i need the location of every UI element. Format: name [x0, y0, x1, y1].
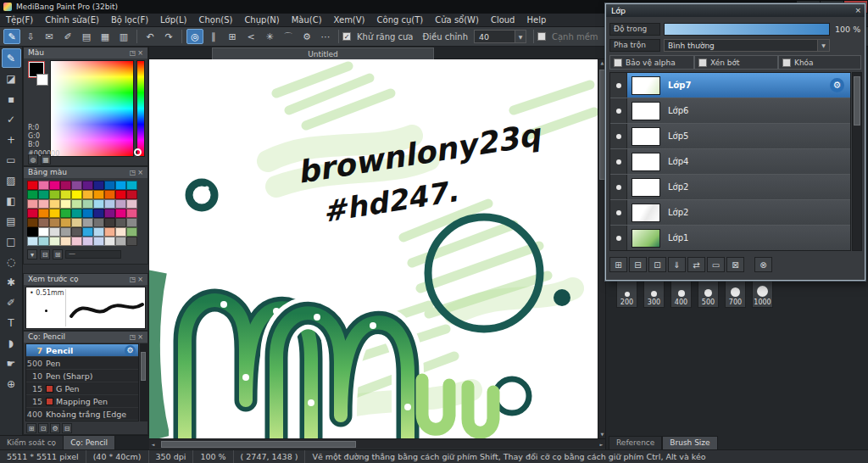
scrollbar-thumb[interactable] [599, 70, 605, 180]
select-tool[interactable]: □ [2, 232, 21, 251]
layer-row-lop4[interactable]: Lớp4 [610, 149, 850, 175]
palette-swatch[interactable] [93, 227, 104, 237]
palette-swatch[interactable] [93, 237, 104, 246]
palette-swatch[interactable] [82, 209, 93, 218]
delete-layer-button[interactable]: ⊗ [754, 257, 772, 272]
close-icon[interactable]: × [137, 49, 145, 57]
checkbox[interactable] [614, 59, 622, 67]
color-panel-header[interactable]: Màu ◳× [24, 47, 147, 59]
canvas-tab-untitled[interactable]: Untitled [212, 47, 434, 59]
checkbox[interactable] [698, 59, 707, 67]
clipping-checkbox[interactable]: Xén bớt [694, 55, 778, 70]
adjust-dropdown[interactable]: 40 ▼ [474, 30, 526, 43]
curve-snap-button[interactable]: ⌒ [280, 29, 297, 44]
snap-settings-button[interactable]: ⚙ [298, 29, 315, 44]
scrollbar-thumb[interactable] [141, 352, 146, 381]
blend-dropdown[interactable]: Bình thường ▼ [664, 39, 830, 52]
brush-item-pen[interactable]: 500Pen [26, 357, 138, 370]
add-color-button[interactable]: ⊞ [53, 249, 63, 259]
duplicate-layer-button[interactable]: ⊡ [648, 257, 666, 272]
layer-folder-button[interactable]: ▭ [707, 257, 725, 272]
palette-swatch[interactable] [71, 199, 82, 209]
delete-brush-button[interactable]: ⊟ [62, 423, 72, 433]
palette-swatch[interactable] [82, 190, 93, 199]
layer-visibility-toggle[interactable] [610, 226, 627, 250]
snap-off-button[interactable]: ◎ [186, 29, 203, 44]
palette-swatch[interactable] [49, 181, 60, 190]
palette-swatch[interactable] [82, 181, 93, 190]
fill-tool[interactable]: ▨ [2, 170, 21, 190]
brush-settings-icon[interactable]: ⚙ [125, 345, 136, 356]
palette-swatch[interactable] [38, 237, 49, 246]
lasso-tool[interactable]: ◌ [2, 252, 21, 271]
grid-snap-button[interactable]: ⊞ [224, 29, 241, 44]
palette-swatch[interactable] [38, 227, 49, 237]
palette-swatch[interactable] [71, 181, 82, 190]
brush-preview-header[interactable]: Xem trước cọ ◳× [24, 274, 147, 285]
menu-item-xem[interactable]: Xem(V) [328, 14, 371, 26]
tab-reference[interactable]: Reference [609, 436, 662, 450]
save-button[interactable]: ⇩ [22, 29, 39, 44]
close-icon[interactable]: × [137, 169, 145, 176]
operation-tool[interactable]: ✓ [2, 109, 21, 129]
palette-swatch[interactable] [71, 218, 82, 227]
palette-swatch[interactable] [71, 227, 82, 237]
grid-button[interactable]: ▦ [97, 29, 114, 44]
scroll-left-icon[interactable]: ◄ [149, 441, 157, 449]
palette-swatch[interactable] [115, 181, 126, 190]
layer-visibility-toggle[interactable] [610, 149, 627, 174]
lock-checkbox[interactable]: Khóa [778, 55, 861, 70]
palette-swatch[interactable] [27, 227, 38, 237]
palette-swatch[interactable] [60, 181, 71, 190]
brush-size-300[interactable]: 300 [643, 281, 665, 308]
redo-button[interactable]: ↷ [160, 29, 177, 44]
layer-settings-icon[interactable]: ⚙ [830, 78, 844, 92]
palette-swatch[interactable] [126, 218, 137, 227]
palette-swatch[interactable] [49, 190, 60, 199]
menu-item-bo-loc[interactable]: Bộ lọc(F) [105, 14, 154, 26]
layer-visibility-toggle[interactable] [610, 98, 627, 123]
add-folder-button[interactable]: ⊟ [629, 257, 647, 272]
palette-swatch[interactable] [104, 218, 115, 227]
palette-swatch[interactable] [71, 209, 82, 218]
menu-item-cong-cu[interactable]: Công cụ(T) [371, 14, 430, 26]
menu-item-mau[interactable]: Màu(C) [286, 14, 328, 26]
layer-row-lop7[interactable]: Lớp7⚙ [610, 73, 850, 98]
palette-swatch[interactable] [115, 209, 126, 218]
brush-item-edge[interactable]: 400Khoảng trắng [Edge [26, 408, 138, 421]
palette-swatch[interactable] [27, 237, 38, 246]
palette-swatch[interactable] [104, 209, 115, 218]
layer-visibility-toggle[interactable] [610, 175, 627, 199]
layer-row-lop2b[interactable]: Lớp2 [610, 200, 850, 226]
layer-window[interactable]: Lớp × Độ trong 100 % Pha trộn Bình thườn… [605, 3, 865, 281]
palette-swatch[interactable] [104, 190, 115, 199]
palette-swatch[interactable] [60, 237, 71, 246]
palette-swatch[interactable] [126, 181, 137, 190]
layer-window-titlebar[interactable]: Lớp × [606, 4, 865, 17]
chevron-down-icon[interactable]: ▼ [515, 31, 526, 42]
palette-swatch[interactable] [82, 199, 93, 209]
hue-bar[interactable] [136, 60, 145, 157]
close-icon[interactable]: × [137, 276, 145, 283]
menu-item-cloud[interactable]: Cloud [485, 14, 521, 26]
brush-size-400[interactable]: 400 [670, 281, 692, 308]
menu-item-help[interactable]: Help [520, 14, 552, 26]
brush-size-500[interactable]: 500 [698, 281, 719, 308]
soft-edge-checkbox[interactable] [537, 32, 546, 41]
checkbox[interactable] [782, 59, 791, 67]
background-color-swatch[interactable] [36, 74, 48, 86]
palette-swatch[interactable] [104, 227, 115, 237]
opacity-slider[interactable] [664, 23, 830, 36]
protect-alpha-checkbox[interactable]: Bảo vệ alpha [609, 55, 694, 70]
text-tool[interactable]: T [2, 313, 21, 332]
palette-swatch[interactable] [126, 237, 137, 246]
close-icon[interactable]: × [854, 4, 861, 17]
palette-swatch[interactable] [82, 237, 93, 246]
layer-visibility-toggle[interactable] [610, 124, 627, 148]
palette-swatch[interactable] [27, 218, 38, 227]
gradient-tool[interactable]: ▤ [2, 211, 21, 231]
brush-item-pen-sharp[interactable]: 10Pen (Sharp) [26, 370, 138, 382]
bucket-tool[interactable]: ◧ [2, 191, 21, 210]
magic-wand-tool[interactable]: ✱ [2, 272, 21, 292]
popout-icon[interactable]: ◳ [130, 333, 138, 341]
